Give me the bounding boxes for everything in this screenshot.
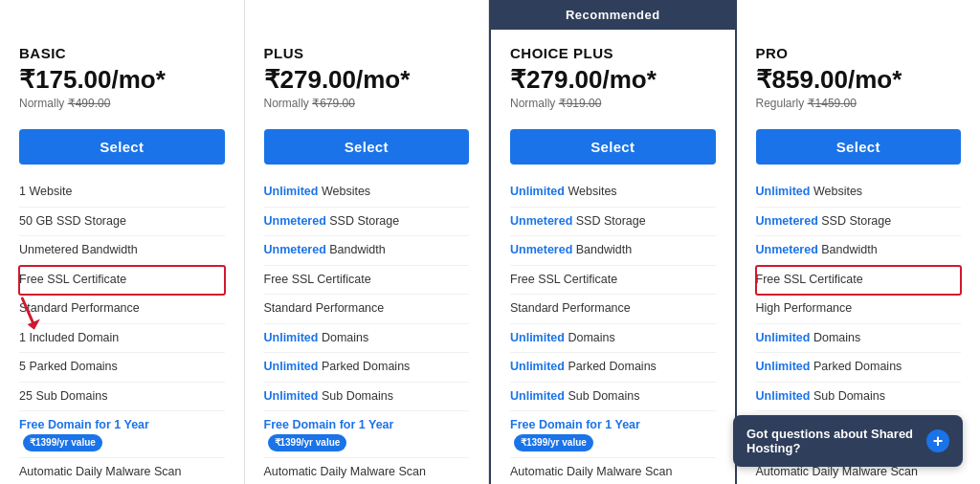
- svg-marker-1: [27, 317, 40, 330]
- plan-price-pro: ₹859.00/mo*: [756, 65, 962, 95]
- list-item: Unlimited Sub Domains: [264, 383, 470, 412]
- list-item: Free SSL Certificate: [19, 266, 225, 296]
- plan-regular-pro: Regularly ₹1459.00: [756, 97, 962, 110]
- plan-name-choice-plus: CHOICE PLUS: [510, 45, 716, 61]
- select-button-pro[interactable]: Select: [756, 129, 962, 165]
- chat-plus-icon[interactable]: +: [926, 429, 949, 452]
- plan-header-plus: PLUS₹279.00/mo*Normally ₹679.00: [245, 30, 489, 129]
- plan-price-plus: ₹279.00/mo*: [264, 65, 470, 95]
- list-item: Unmetered Bandwidth: [19, 236, 225, 266]
- list-item: Unlimited Websites: [510, 178, 716, 208]
- list-item: Free Domain for 1 Year ₹1399/yr value: [19, 411, 225, 458]
- list-item: Automatic Daily Malware Scan: [264, 458, 470, 485]
- plan-regular-plus: Normally ₹679.00: [264, 97, 470, 110]
- list-item: Unlimited Parked Domains: [510, 353, 716, 383]
- select-button-choice-plus[interactable]: Select: [510, 129, 716, 165]
- list-item: Unlimited Domains: [756, 324, 962, 354]
- features-list-plus: Unlimited WebsitesUnmetered SSD StorageU…: [245, 165, 489, 484]
- list-item: 25 Sub Domains: [19, 383, 225, 412]
- list-item: Free SSL Certificate: [510, 266, 716, 296]
- svg-line-0: [18, 298, 37, 323]
- list-item: Unmetered SSD Storage: [756, 208, 962, 237]
- list-item: Automatic Daily Malware Scan: [510, 458, 716, 485]
- list-item: Automatic Daily Malware Scan: [19, 458, 225, 485]
- list-item: Standard Performance: [264, 295, 470, 324]
- list-item: Unlimited Domains: [510, 324, 716, 354]
- list-item: 1 Website: [19, 178, 225, 208]
- list-item: Unlimited Sub Domains: [756, 383, 962, 412]
- plan-name-pro: PRO: [756, 45, 962, 61]
- plan-header-basic: BASIC₹175.00/mo*Normally ₹499.00: [0, 30, 244, 129]
- list-item: Free SSL Certificate: [264, 266, 470, 296]
- list-item: Unmetered Bandwidth: [756, 236, 962, 266]
- list-item: Unlimited Websites: [756, 178, 962, 208]
- plan-regular-basic: Normally ₹499.00: [19, 97, 225, 110]
- list-item: 50 GB SSD Storage: [19, 208, 225, 237]
- list-item: Free SSL Certificate: [756, 266, 962, 296]
- list-item: 1 Included Domain: [19, 324, 225, 354]
- list-item: Unmetered Bandwidth: [264, 236, 470, 266]
- list-item: Unlimited Sub Domains: [510, 383, 716, 412]
- list-item: Free Domain for 1 Year ₹1399/yr value: [264, 411, 470, 458]
- list-item: 5 Parked Domains: [19, 353, 225, 383]
- plan-regular-choice-plus: Normally ₹919.00: [510, 97, 716, 110]
- pricing-table: BASIC₹175.00/mo*Normally ₹499.00Select1 …: [0, 0, 980, 484]
- list-item: Unlimited Parked Domains: [756, 353, 962, 383]
- list-item: Unlimited Domains: [264, 324, 470, 354]
- plan-price-basic: ₹175.00/mo*: [19, 65, 225, 95]
- plan-col-plus: PLUS₹279.00/mo*Normally ₹679.00SelectUnl…: [245, 0, 490, 484]
- list-item: Standard Performance: [510, 295, 716, 324]
- plan-col-basic: BASIC₹175.00/mo*Normally ₹499.00Select1 …: [0, 0, 245, 484]
- plan-col-choice-plus: RecommendedCHOICE PLUS₹279.00/mo*Normall…: [489, 0, 737, 484]
- list-item: Unlimited Parked Domains: [264, 353, 470, 383]
- arrow-indicator: [10, 294, 53, 341]
- plan-name-basic: BASIC: [19, 45, 225, 61]
- plan-header-pro: PRO₹859.00/mo*Regularly ₹1459.00: [737, 30, 981, 129]
- chat-widget[interactable]: Got questions about Shared Hosting? +: [733, 415, 963, 467]
- select-button-plus[interactable]: Select: [264, 129, 470, 165]
- list-item: Unmetered Bandwidth: [510, 236, 716, 266]
- list-item: Unlimited Websites: [264, 178, 470, 208]
- plan-name-plus: PLUS: [264, 45, 470, 61]
- list-item: Unmetered SSD Storage: [264, 208, 470, 237]
- plan-header-choice-plus: CHOICE PLUS₹279.00/mo*Normally ₹919.00: [491, 30, 735, 129]
- select-button-basic[interactable]: Select: [19, 129, 225, 165]
- recommended-badge: Recommended: [491, 0, 735, 30]
- chat-text: Got questions about Shared Hosting?: [746, 427, 917, 455]
- list-item: Unmetered SSD Storage: [510, 208, 716, 237]
- list-item: High Performance: [756, 295, 962, 324]
- features-list-choice-plus: Unlimited WebsitesUnmetered SSD StorageU…: [491, 165, 735, 484]
- plan-col-pro: PRO₹859.00/mo*Regularly ₹1459.00SelectUn…: [737, 0, 981, 484]
- plan-price-choice-plus: ₹279.00/mo*: [510, 65, 716, 95]
- list-item: Free Domain for 1 Year ₹1399/yr value: [510, 411, 716, 458]
